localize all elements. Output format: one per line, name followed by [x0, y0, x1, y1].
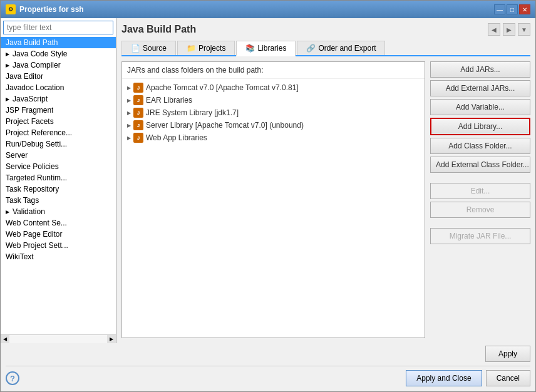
sidebar-item-wikitext[interactable]: WikiText [1, 251, 116, 262]
jar-icon: J [133, 120, 143, 130]
sidebar-item-validation[interactable]: Validation [1, 206, 116, 217]
expand-arrow: ▶ [127, 110, 131, 116]
sidebar-item-targeted-runtime[interactable]: Targeted Runtim... [1, 172, 116, 183]
jar-icon: J [133, 83, 143, 93]
forward-button[interactable]: ▶ [503, 23, 515, 36]
edit-button[interactable]: Edit... [430, 183, 530, 199]
scroll-left-button[interactable]: ◀ [1, 335, 9, 343]
apply-row: Apply [6, 346, 530, 362]
tab-order-export[interactable]: 🔗 Order and Export [297, 41, 385, 55]
sidebar-item-javascript[interactable]: JavaScript [1, 93, 116, 105]
title-bar-left: ⚙ Properties for ssh [6, 4, 84, 14]
list-item[interactable]: ▶ J Web App Libraries [125, 132, 422, 144]
dialog-body: Java Build Path Java Code Style Java Com… [1, 18, 535, 343]
cancel-button[interactable]: Cancel [486, 370, 530, 386]
main-header: Java Build Path ◀ ▶ ▼ [121, 23, 530, 36]
projects-tab-icon: 📁 [187, 44, 196, 53]
dialog-bottom: Apply ? Apply and Close Cancel [1, 343, 535, 391]
library-list: ▶ J Apache Tomcat v7.0 [Apache Tomcat v7… [122, 79, 425, 338]
list-item[interactable]: ▶ J JRE System Library [jdk1.7] [125, 106, 422, 119]
scroll-right-button[interactable]: ▶ [107, 335, 116, 343]
libraries-tab-icon: 📚 [245, 44, 255, 53]
buttons-panel: Add JARs... Add External JARs... Add Var… [430, 61, 530, 338]
jar-icon: J [133, 133, 143, 143]
sidebar-item-java-editor[interactable]: Java Editor [1, 71, 116, 82]
tab-bar: 📄 Source 📁 Projects 📚 Libraries 🔗 Order … [121, 41, 530, 56]
tab-libraries[interactable]: 📚 Libraries [236, 41, 296, 56]
expand-arrow: ▶ [127, 98, 131, 103]
back-button[interactable]: ◀ [488, 23, 500, 36]
tab-projects[interactable]: 📁 Projects [177, 41, 235, 55]
sidebar-item-task-tags[interactable]: Task Tags [1, 195, 116, 206]
jar-icon: J [133, 95, 143, 105]
order-export-tab-icon: 🔗 [306, 44, 316, 53]
apply-close-button[interactable]: Apply and Close [406, 370, 482, 386]
remove-button[interactable]: Remove [430, 202, 530, 218]
content-area: JARs and class folders on the build path… [121, 61, 530, 338]
sidebar-item-javadoc-location[interactable]: Javadoc Location [1, 82, 116, 93]
filter-input[interactable] [3, 21, 113, 34]
maximize-button[interactable]: □ [507, 4, 518, 14]
add-jars-button[interactable]: Add JARs... [430, 61, 530, 78]
main-content: Java Build Path ◀ ▶ ▼ 📄 Source 📁 Project… [116, 18, 535, 343]
sidebar-item-project-references[interactable]: Project Reference... [1, 127, 116, 138]
sidebar-item-server[interactable]: Server [1, 150, 116, 161]
close-button[interactable]: ✕ [519, 4, 530, 14]
sidebar-item-java-build-path[interactable]: Java Build Path [1, 37, 116, 48]
nav-buttons: ◀ ▶ ▼ [488, 23, 530, 36]
add-library-button[interactable]: Add Library... [430, 118, 530, 135]
sidebar-item-task-repository[interactable]: Task Repository [1, 183, 116, 195]
tab-source[interactable]: 📄 Source [121, 41, 176, 55]
sidebar-item-service-policies[interactable]: Service Policies [1, 161, 116, 172]
help-button[interactable]: ? [6, 371, 19, 385]
add-class-folder-button[interactable]: Add Class Folder... [430, 138, 530, 154]
horizontal-scrollbar[interactable] [9, 335, 107, 343]
sidebar-item-java-compiler[interactable]: Java Compiler [1, 59, 116, 71]
sidebar-item-web-project-settings[interactable]: Web Project Sett... [1, 240, 116, 251]
expand-arrow: ▶ [127, 135, 131, 141]
sidebar-item-java-code-style[interactable]: Java Code Style [1, 48, 116, 59]
minimize-button[interactable]: — [494, 4, 505, 14]
dialog-icon: ⚙ [6, 4, 16, 14]
bottom-bar: ? Apply and Close Cancel [6, 366, 530, 386]
add-variable-button[interactable]: Add Variable... [430, 99, 530, 115]
add-external-jars-button[interactable]: Add External JARs... [430, 80, 530, 96]
dialog-title: Properties for ssh [19, 5, 84, 14]
properties-dialog: ⚙ Properties for ssh — □ ✕ Java Build Pa… [0, 0, 536, 392]
menu-button[interactable]: ▼ [518, 23, 530, 36]
sidebar: Java Build Path Java Code Style Java Com… [1, 18, 116, 343]
sidebar-item-jsp-fragment[interactable]: JSP Fragment [1, 105, 116, 116]
sidebar-item-project-facets[interactable]: Project Facets [1, 116, 116, 127]
jar-icon: J [133, 108, 143, 118]
main-title: Java Build Path [121, 24, 196, 35]
list-item[interactable]: ▶ J Apache Tomcat v7.0 [Apache Tomcat v7… [125, 81, 422, 94]
sidebar-item-run-debug[interactable]: Run/Debug Setti... [1, 138, 116, 150]
apply-button[interactable]: Apply [485, 346, 530, 362]
bottom-buttons: Apply and Close Cancel [406, 370, 530, 386]
title-bar: ⚙ Properties for ssh — □ ✕ [1, 1, 535, 18]
sidebar-list: Java Build Path Java Code Style Java Com… [1, 37, 116, 334]
list-item[interactable]: ▶ J EAR Libraries [125, 94, 422, 106]
build-path-panel: JARs and class folders on the build path… [121, 61, 425, 338]
expand-arrow: ▶ [127, 123, 131, 128]
title-buttons: — □ ✕ [494, 4, 530, 14]
expand-arrow: ▶ [127, 85, 131, 91]
panel-header: JARs and class folders on the build path… [122, 62, 425, 79]
list-item[interactable]: ▶ J Server Library [Apache Tomcat v7.0] … [125, 119, 422, 132]
sidebar-item-web-page-editor[interactable]: Web Page Editor [1, 229, 116, 240]
migrate-jar-button[interactable]: Migrate JAR File... [430, 228, 530, 244]
add-external-class-folder-button[interactable]: Add External Class Folder... [430, 157, 530, 173]
sidebar-scrollbar: ◀ ▶ [1, 334, 116, 343]
sidebar-item-web-content-settings[interactable]: Web Content Se... [1, 217, 116, 229]
source-tab-icon: 📄 [131, 44, 140, 53]
